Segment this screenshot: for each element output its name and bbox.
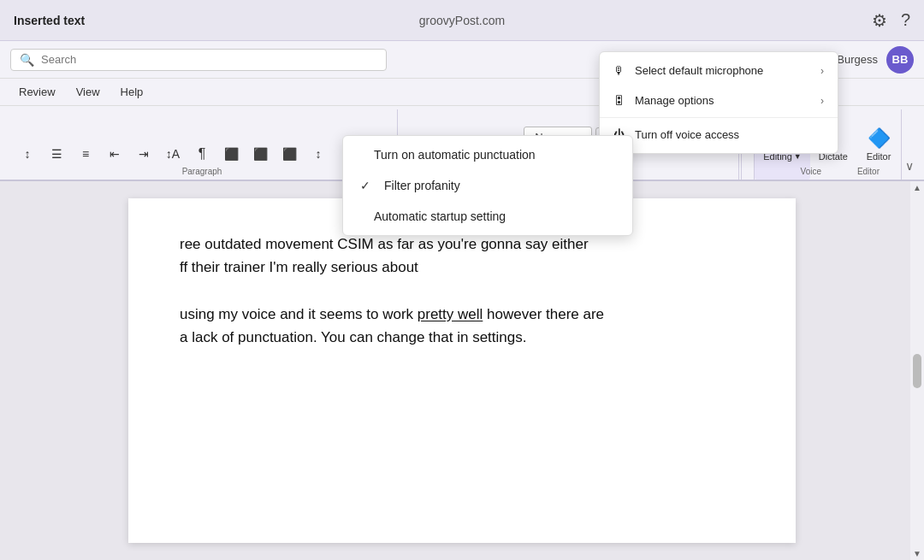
voice-item-microphone-label: Select default microphone xyxy=(635,64,763,77)
scroll-down-arrow[interactable]: ▼ xyxy=(910,549,924,558)
doc-line-1: ree outdated movement CSIM as far as you… xyxy=(180,233,744,256)
voice-dropdown-item-options[interactable]: 🎛 Manage options › xyxy=(600,85,838,115)
dictate-dropdown: Turn on automatic punctuation Filter pro… xyxy=(342,135,633,236)
ribbon-collapse-btn[interactable]: ∨ xyxy=(901,109,917,180)
search-input[interactable] xyxy=(41,53,377,66)
doc-line-2: ff their trainer I'm really serious abou… xyxy=(180,256,744,279)
doc-line-5: a lack of punctuation. You can change th… xyxy=(180,326,744,349)
paragraph-mark-btn[interactable]: ¶ xyxy=(188,143,216,165)
voice-dropdown-divider xyxy=(600,117,838,118)
title-bar: Inserted text groovyPost.com ⚙ ? xyxy=(0,0,924,41)
paragraph-controls: ↕ ☰ ≡ ⇤ ⇥ ↕A xyxy=(14,143,390,165)
document-page: ree outdated movement CSIM as far as you… xyxy=(128,198,796,543)
align-left-btn[interactable]: ⬛ xyxy=(217,144,245,164)
menu-item-review[interactable]: Review xyxy=(10,82,64,102)
menu-item-help[interactable]: Help xyxy=(112,82,152,102)
voice-dropdown-item-microphone[interactable]: 🎙 Select default microphone › xyxy=(600,56,838,85)
line-spacing-btn[interactable]: ↕ xyxy=(14,144,41,164)
dictate-item-startup[interactable]: Automatic startup setting xyxy=(343,201,632,232)
scroll-up-arrow[interactable]: ▲ xyxy=(910,183,924,192)
site-title: groovyPost.com xyxy=(419,14,505,27)
voice-dropdown: 🎙 Select default microphone › 🎛 Manage o… xyxy=(599,51,838,154)
search-icon: 🔍 xyxy=(20,53,34,67)
collapse-icon: ∨ xyxy=(905,159,914,173)
voice-item-turnoff-label: Turn off voice access xyxy=(635,128,739,141)
paragraph-label: Paragraph xyxy=(182,167,222,176)
document-area: ree outdated movement CSIM as far as you… xyxy=(0,181,924,560)
align-right-btn[interactable]: ⬛ xyxy=(275,144,303,164)
increase-indent-btn[interactable]: ⇥ xyxy=(130,144,157,164)
bullet-list-btn[interactable]: ☰ xyxy=(43,144,70,164)
numbered-list-btn[interactable]: ≡ xyxy=(72,144,99,164)
menu-item-view[interactable]: View xyxy=(68,82,109,102)
dictate-item-profanity[interactable]: Filter profanity xyxy=(343,170,632,201)
editor-group-label: Editor xyxy=(857,167,880,176)
scroll-thumb[interactable] xyxy=(913,354,921,388)
dictate-autopunct-label: Turn on automatic punctuation xyxy=(374,148,536,162)
voice-dropdown-item-turnoff[interactable]: ⏻ Turn off voice access xyxy=(600,120,838,150)
avatar: BB xyxy=(886,46,914,74)
microphone-chevron: › xyxy=(820,65,824,77)
line-spacing2-btn[interactable]: ↕ xyxy=(305,144,332,164)
options-icon: 🎛 xyxy=(613,94,625,107)
doc-title: Inserted text xyxy=(14,14,85,27)
vertical-scrollbar: ▲ ▼ xyxy=(910,181,924,560)
microphone-icon: 🎙 xyxy=(613,64,625,77)
options-chevron: › xyxy=(820,95,824,107)
dictate-startup-label: Automatic startup setting xyxy=(374,209,506,223)
underlined-text: pretty well xyxy=(418,306,483,322)
dictate-profanity-label: Filter profanity xyxy=(384,179,460,192)
title-bar-actions: ⚙ ? xyxy=(872,10,910,31)
decrease-indent-btn[interactable]: ⇤ xyxy=(101,144,128,164)
search-box[interactable]: 🔍 xyxy=(10,49,387,71)
dictate-item-autopunct[interactable]: Turn on automatic punctuation xyxy=(343,139,632,170)
help-icon[interactable]: ? xyxy=(901,10,910,30)
editor-ribbon-label: Editor xyxy=(867,151,891,162)
ribbon-paragraph-group: ↕ ☰ ≡ ⇤ ⇥ ↕A xyxy=(7,109,398,180)
sort-btn[interactable]: ↕A xyxy=(159,144,187,164)
editor-icon: 🔷 xyxy=(868,127,891,150)
document-text: ree outdated movement CSIM as far as you… xyxy=(180,233,744,349)
voice-group-label: Voice xyxy=(801,167,821,176)
doc-line-4: using my voice and it seems to work pret… xyxy=(180,303,744,326)
settings-icon[interactable]: ⚙ xyxy=(872,10,887,31)
doc-line-3 xyxy=(180,279,744,302)
voice-item-options-label: Manage options xyxy=(635,94,714,107)
align-center-btn[interactable]: ⬛ xyxy=(246,144,274,164)
